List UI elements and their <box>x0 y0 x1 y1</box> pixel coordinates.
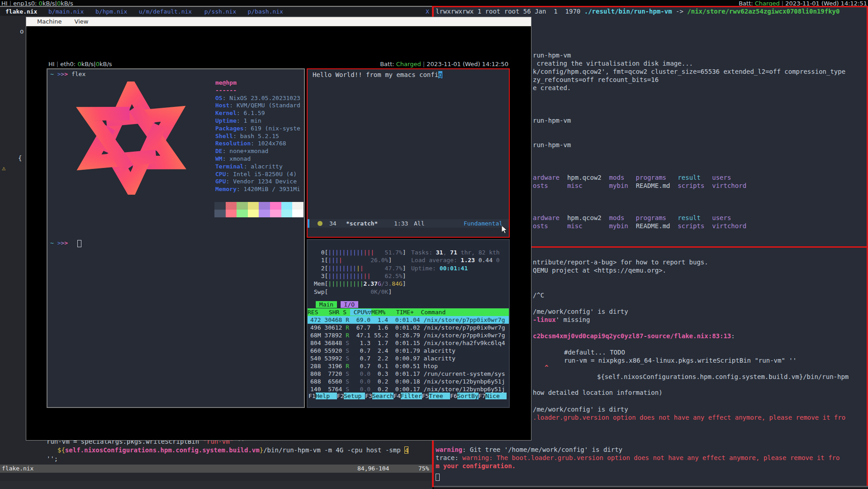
text-segment: HI <box>48 61 57 67</box>
htop-process-row[interactable]: 540 53992 S 0.7 2.2 0:00.97 alacritty <box>310 355 509 362</box>
htop-process-row[interactable]: 288 3196 R 0.7 0.1 0:00.51 htop <box>310 362 509 370</box>
text-segment: || <box>364 273 371 279</box>
text-segment <box>602 174 609 181</box>
text-segment: /me/work/config' is dirty <box>533 406 628 413</box>
text-segment: users <box>712 174 731 181</box>
htop-tab-io[interactable]: I/O <box>341 301 358 308</box>
text-segment: S <box>346 340 349 346</box>
fkey[interactable]: F4 <box>394 393 401 399</box>
emacs-window[interactable]: Hello World!! from my emacs config 34 *s… <box>307 68 510 238</box>
text-segment: /3. <box>381 280 392 287</box>
text-segment: 540 53992 <box>310 355 346 362</box>
terminal-line: creating the virtualisation disk image..… <box>533 59 693 67</box>
text-segment: 0K/0K <box>328 288 388 295</box>
text-segment: | <box>57 61 61 67</box>
fkey[interactable]: F7 <box>479 393 486 399</box>
terminal-line: /me/work/config' is dirty <box>533 307 628 316</box>
fkey[interactable]: F2 <box>337 393 344 399</box>
tab[interactable]: p/bash.nix <box>248 7 283 16</box>
htop-process-row[interactable]: 804 36848 S 1.3 1.7 0:01.15 /nix/store/h… <box>310 339 509 347</box>
htop-process-row[interactable]: 808 7720 S 0.0 0.3 0:01.17 /run/current-… <box>310 370 509 378</box>
terminal-line: trace: warning: The boot.loader.grub.ver… <box>436 454 840 462</box>
info-title: ------ <box>215 87 237 94</box>
terminal-line: ${self.nixosConfigurations.hpm.config.sy… <box>597 373 849 381</box>
text-segment: ] <box>388 257 392 264</box>
fkey[interactable]: F1 <box>308 393 316 399</box>
tabline-close-button[interactable]: X <box>426 7 429 16</box>
fkey-label[interactable]: Filter <box>401 393 422 399</box>
text-segment <box>628 182 636 189</box>
palette-swatch <box>292 210 304 217</box>
info-value: : 6.1.59 <box>237 110 265 116</box>
info-value: : 1024x768 <box>251 140 286 147</box>
text-segment: ~ <box>50 240 54 246</box>
terminal-line: /me/work/config' is dirty <box>533 405 628 413</box>
text-segment: 2023-11-01 (Wed) 14:12:50 <box>427 61 508 67</box>
text-segment <box>602 214 609 221</box>
tab[interactable]: u/m/default.nix <box>139 7 192 16</box>
htop-process-row[interactable]: 688 6560 S 0.0 0.2 0:00.18 /nix/store/12… <box>310 378 509 385</box>
vim-cursor: 4 <box>404 446 408 454</box>
modeline-major-mode: Fundamental <box>464 219 503 228</box>
text-segment <box>701 214 712 221</box>
htop-process-row[interactable]: 68M 37892 R 47.1 55.2 0:26.79 /nix/store… <box>310 331 509 339</box>
qemu-window[interactable]: Machine View HI | eth0: 0kB/s|0kB/s Batt… <box>26 17 531 441</box>
tab[interactable]: p/ssh.nix <box>204 7 236 16</box>
text-segment: ' missing <box>556 316 590 323</box>
text-segment: S <box>346 386 349 393</box>
palette-swatch <box>259 202 270 210</box>
info-value: : none+xmonad <box>223 148 269 154</box>
text-segment: scripts <box>678 222 704 230</box>
neofetch-line: Terminal: alacritty <box>215 163 283 170</box>
fkey-label[interactable]: Setup <box>344 393 365 399</box>
text-segment: | <box>421 61 427 67</box>
text-segment: mybin <box>609 222 628 230</box>
terminal-line: warning: Git tree '/home/me/work/config'… <box>436 446 622 454</box>
terminal-line: osts misc mybin README.md scripts virtch… <box>533 222 746 230</box>
htop-process-row[interactable]: 472 30468 R 69.0 1.4 0:01.04 /nix/store/… <box>308 316 509 324</box>
vm-screen: HI | eth0: 0kB/s|0kB/s Batt: Charged | 2… <box>47 60 510 408</box>
htop-process-row[interactable]: 660 55920 S 0.7 2.4 0:01.79 alacritty <box>310 347 509 355</box>
text-segment <box>701 174 712 181</box>
text-segment: 1[ <box>314 257 328 264</box>
fkey[interactable]: F6 <box>450 393 457 399</box>
tab[interactable]: b/main.nix <box>48 7 84 16</box>
fkey[interactable]: F3 <box>365 393 372 399</box>
htop-summary-line: Load average: 1.23 0.44 0 <box>411 256 500 264</box>
text-segment: 1.23 <box>461 257 475 264</box>
text-segment: e created. <box>533 84 571 91</box>
fkey-label[interactable]: Search <box>372 393 394 399</box>
htop-tab-main[interactable]: Main <box>316 301 337 308</box>
text-segment: run-hpm-vm <box>533 52 571 59</box>
vm-terminal-window[interactable]: ~ >>> flex me@hpm------OS: NixOS 23.05.2… <box>47 68 305 408</box>
info-value: : alacritty <box>244 163 283 170</box>
fkey-label[interactable]: Nice <box>485 393 507 399</box>
fkey-label[interactable]: Help <box>316 393 337 399</box>
vm-status-bar: HI | eth0: 0kB/s|0kB/s Batt: Charged | 2… <box>47 60 510 68</box>
tab-active[interactable]: flake.nix <box>5 7 37 16</box>
menu-view[interactable]: View <box>75 18 89 25</box>
text-segment: m your configuration. <box>436 462 516 470</box>
fkey-label[interactable]: SortBy <box>457 393 479 399</box>
text-segment: 47.1 55.2 0:26.79 /nix/store/p7pp0ix0wr7… <box>349 332 505 339</box>
fkey-label[interactable]: Tree <box>429 393 450 399</box>
vim-window-border <box>0 6 432 7</box>
fkey[interactable]: F5 <box>422 393 429 399</box>
tab[interactable]: b/hpm.nix <box>95 7 127 16</box>
htop-window[interactable]: Main I/O RES SHR S CPU%▽MEM% TIME+ Comma… <box>307 239 510 408</box>
text-segment <box>670 222 678 230</box>
info-value: : Intel i5-8250U (4) <box>226 171 297 177</box>
htop-meter: Mem[||||||||||2.37G/3.84G] <box>314 280 406 288</box>
text-segment: |||||||| <box>328 265 356 272</box>
htop-meter: Swp[ 0K/0K] <box>314 288 392 296</box>
palette-swatch <box>248 210 259 217</box>
htop-body: Main I/O RES SHR S CPU%▽MEM% TIME+ Comma… <box>308 240 509 407</box>
menu-machine[interactable]: Machine <box>37 18 62 25</box>
text-segment: virtchord <box>712 222 746 230</box>
text-segment: { <box>18 154 22 162</box>
text-segment <box>548 182 567 189</box>
text-segment: programs <box>636 214 666 221</box>
terminal-line: run-hpm-vm <box>533 51 571 59</box>
text-segment: Load average: <box>411 257 461 264</box>
htop-process-row[interactable]: 496 30612 R 67.7 1.6 0:01.02 /nix/store/… <box>310 324 509 331</box>
